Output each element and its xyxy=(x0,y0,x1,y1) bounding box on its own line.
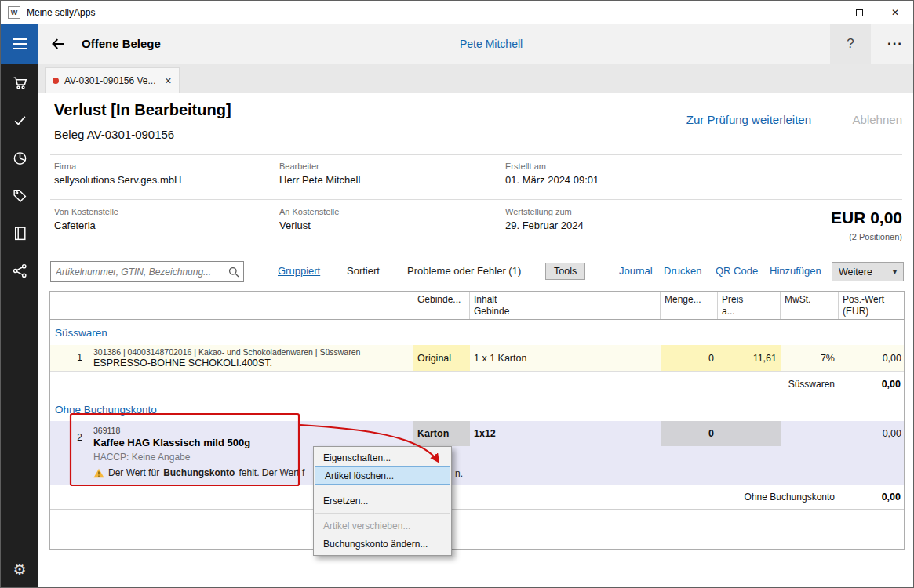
price-tag-icon xyxy=(12,187,28,204)
col-preis: Preis a... xyxy=(718,292,781,319)
hamburger-menu-button[interactable] xyxy=(1,24,38,64)
article-search xyxy=(50,261,244,282)
hamburger-icon xyxy=(13,38,27,40)
col-menge: Menge... xyxy=(661,292,718,319)
col-gebinde: Gebinde... xyxy=(413,292,470,319)
row-number: 2 xyxy=(50,421,89,485)
document-view: Verlust [In Bearbeitung] Zur Prüfung wei… xyxy=(38,93,913,587)
problems-filter[interactable]: Probleme oder Fehler (1) xyxy=(407,265,521,277)
pie-chart-icon xyxy=(12,150,28,166)
gear-icon: ⚙ xyxy=(13,561,26,579)
group-header-suesswaren: Süsswaren xyxy=(50,320,904,345)
sidebar-item-tasks[interactable] xyxy=(1,101,38,139)
journal-link[interactable]: Journal xyxy=(619,265,653,277)
journal-icon xyxy=(12,225,28,241)
close-button[interactable]: ✕ xyxy=(877,1,913,24)
minimize-icon xyxy=(819,13,827,13)
menu-item-artikel-verschieben: Artikel verschieben... xyxy=(314,517,451,535)
sidebar-item-cart[interactable] xyxy=(1,64,38,101)
sidebar-item-journal[interactable] xyxy=(1,214,38,252)
document-total: EUR 0,00 xyxy=(831,209,902,227)
check-icon xyxy=(12,112,28,129)
col-inhalt-gebinde: Inhalt Gebinde xyxy=(470,292,661,319)
preis-cell[interactable]: 11,61 xyxy=(718,345,781,371)
group-header-ohne-buchungskonto: Ohne Buchungskonto xyxy=(50,397,904,421)
cart-icon xyxy=(12,74,28,91)
positions-table: Gebinde... Inhalt Gebinde Menge... Preis… xyxy=(49,291,905,550)
validation-warning: Der Wert für Buchungskonto fehlt. Der We… xyxy=(93,467,304,478)
search-icon xyxy=(228,267,239,278)
back-button[interactable] xyxy=(46,34,70,54)
field-bearbeiter: Bearbeiter Herr Pete Mitchell xyxy=(279,154,360,186)
sidebar: ⚙ xyxy=(1,64,38,587)
tab-close-icon[interactable]: ✕ xyxy=(165,76,172,86)
tools-button[interactable]: Tools xyxy=(545,263,585,280)
app-header: Offene Belege Pete Mitchell ? ··· xyxy=(1,24,913,64)
mwst-cell xyxy=(781,421,839,485)
warning-text-fragment: n. xyxy=(455,468,463,479)
maximize-button[interactable] xyxy=(841,1,877,24)
reject-button[interactable]: Ablehnen xyxy=(853,113,902,126)
chevron-down-icon: ▾ xyxy=(893,267,897,276)
table-row[interactable]: 1 301386 | 04003148702016 | Kakao- und S… xyxy=(50,345,904,372)
pos-wert-cell: 0,00 xyxy=(839,345,905,371)
current-user[interactable]: Pete Mitchell xyxy=(460,38,523,50)
unsaved-dot xyxy=(53,78,59,84)
field-von-kostenstelle: Von Kostenstelle Cafeteria xyxy=(54,200,118,231)
close-icon: ✕ xyxy=(891,7,899,18)
context-menu: Eigenschaften... Artikel löschen... Erse… xyxy=(313,446,452,556)
menge-cell[interactable]: 0 xyxy=(661,421,781,485)
field-an-kostenstelle: An Kostenstelle Verlust xyxy=(279,200,339,231)
minimize-button[interactable] xyxy=(805,1,841,24)
pos-wert-cell: 0,00 xyxy=(839,421,905,485)
tab-document[interactable]: AV-0301-090156 Ve... ✕ xyxy=(45,67,180,93)
back-arrow-icon xyxy=(49,35,67,53)
settings-button[interactable]: ⚙ xyxy=(1,551,38,587)
more-options-button[interactable]: ··· xyxy=(876,24,914,64)
gebinde-cell[interactable]: Original xyxy=(413,345,470,371)
col-pos-wert: Pos.-Wert (EUR) xyxy=(839,292,905,319)
menu-separator xyxy=(315,488,450,488)
more-icon: ··· xyxy=(887,36,903,52)
app-icon: W xyxy=(8,6,20,19)
add-link[interactable]: Hinzufügen xyxy=(770,265,821,277)
sidebar-item-share[interactable] xyxy=(1,252,38,289)
document-title: Verlust [In Bearbeitung] xyxy=(54,101,231,119)
menu-item-buchungskonto-aendern[interactable]: Buchungskonto ändern... xyxy=(314,535,451,553)
field-row-1: Firma sellysolutions Serv.ges.mbH Bearbe… xyxy=(50,154,902,199)
help-icon: ? xyxy=(847,36,854,52)
field-firma: Firma sellysolutions Serv.ges.mbH xyxy=(54,154,181,186)
field-erstellt-am: Erstellt am 01. März 2024 09:01 xyxy=(505,154,599,186)
subtotal-suesswaren: Süsswaren 0,00 xyxy=(50,372,904,397)
print-link[interactable]: Drucken xyxy=(664,265,701,277)
inhalt-cell: 1x12 xyxy=(470,421,661,485)
sidebar-item-prices[interactable] xyxy=(1,176,38,214)
grouped-toggle[interactable]: Gruppiert xyxy=(278,265,320,277)
app-window: W Meine sellyApps ✕ Offene Belege Pete M… xyxy=(0,0,914,588)
maximize-icon xyxy=(856,9,863,16)
menu-item-artikel-loeschen[interactable]: Artikel löschen... xyxy=(315,466,450,485)
tab-strip: AV-0301-090156 Ve... ✕ xyxy=(38,64,913,93)
forward-for-review-button[interactable]: Zur Prüfung weiterleiten xyxy=(686,113,811,126)
qr-code-link[interactable]: QR Code xyxy=(716,265,758,277)
titlebar: W Meine sellyApps ✕ xyxy=(1,1,913,24)
sidebar-item-statistics[interactable] xyxy=(1,139,38,176)
share-icon xyxy=(12,263,28,279)
tab-label: AV-0301-090156 Ve... xyxy=(64,75,159,86)
positions-count: (2 Positionen) xyxy=(849,232,902,241)
table-row[interactable]: 2 369118 Kaffee HAG Klassisch mild 500g … xyxy=(50,421,904,485)
help-button[interactable]: ? xyxy=(830,24,871,64)
search-input[interactable] xyxy=(51,267,224,278)
field-row-2: Von Kostenstelle Cafeteria An Kostenstel… xyxy=(50,200,902,245)
menu-item-ersetzen[interactable]: Ersetzen... xyxy=(314,492,451,510)
warning-icon xyxy=(93,468,104,478)
inhalt-cell: 1 x 1 Karton xyxy=(470,345,661,371)
more-dropdown-button[interactable]: Weitere ▾ xyxy=(832,262,904,281)
menu-separator xyxy=(315,513,450,514)
row-number: 1 xyxy=(50,345,89,371)
menge-cell[interactable]: 0 xyxy=(661,345,718,371)
window-title: Meine sellyApps xyxy=(27,7,95,18)
menu-item-eigenschaften[interactable]: Eigenschaften... xyxy=(314,448,451,466)
sorted-toggle[interactable]: Sortiert xyxy=(347,265,380,277)
search-button[interactable] xyxy=(224,267,243,278)
